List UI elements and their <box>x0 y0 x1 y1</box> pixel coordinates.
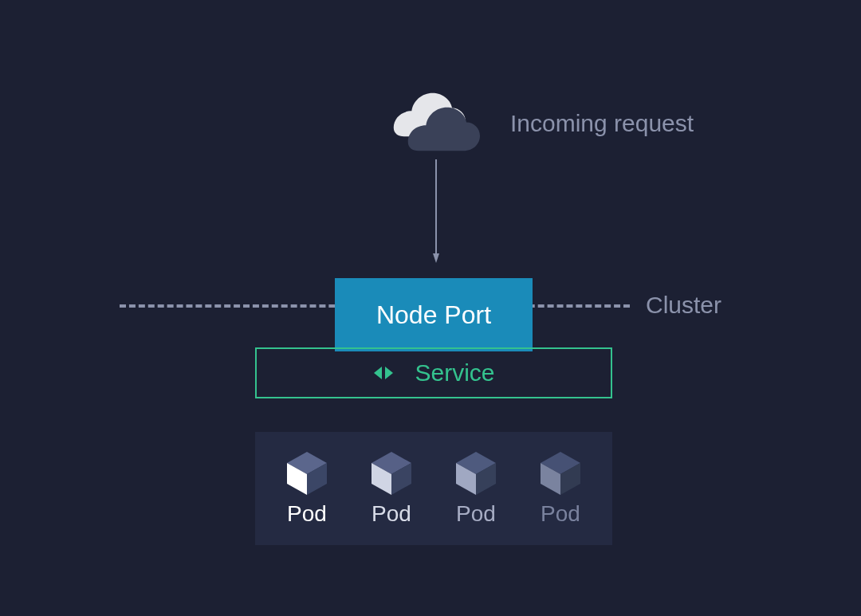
cube-icon <box>537 450 584 496</box>
svg-marker-2 <box>374 367 382 379</box>
pod-label: Pod <box>287 501 327 527</box>
service-icon <box>372 362 395 384</box>
cube-icon <box>453 450 499 496</box>
service-box: Service <box>255 347 612 398</box>
nodeport-label: Node Port <box>376 300 491 330</box>
cluster-label: Cluster <box>646 292 721 319</box>
pod-item: Pod <box>436 450 516 527</box>
pod-label: Pod <box>456 501 496 527</box>
pod-label: Pod <box>541 501 580 527</box>
diagram-canvas: Incoming request Cluster Node Port Servi… <box>0 0 861 616</box>
pod-item: Pod <box>267 450 347 527</box>
service-label: Service <box>415 359 494 386</box>
pod-item: Pod <box>352 450 431 527</box>
cloud-shadow-icon <box>405 106 480 154</box>
nodeport-box: Node Port <box>335 278 533 351</box>
arrow-down-icon <box>433 159 439 263</box>
cube-icon <box>368 450 415 496</box>
pods-row: Pod Pod Pod Pod <box>255 432 612 545</box>
incoming-cloud <box>391 92 466 143</box>
svg-marker-3 <box>385 367 393 379</box>
pod-item: Pod <box>521 450 600 527</box>
cube-icon <box>284 450 330 496</box>
svg-marker-1 <box>433 253 439 263</box>
incoming-request-label: Incoming request <box>510 110 694 137</box>
pod-label: Pod <box>372 501 411 527</box>
